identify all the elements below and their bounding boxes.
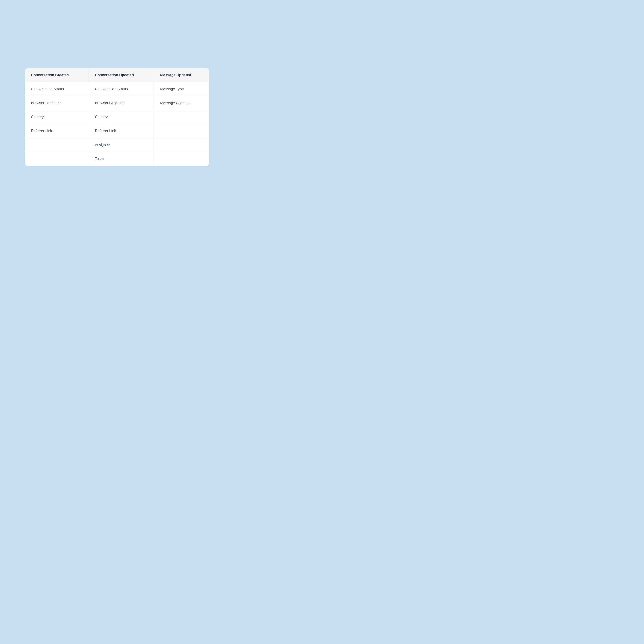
main-table-container: Conversation Created Conversation Update… bbox=[25, 68, 209, 166]
cell-country-1: Country bbox=[25, 110, 89, 124]
cell-conversation-status-2: Conversation Status bbox=[89, 82, 154, 96]
table-row: Team bbox=[25, 152, 209, 166]
cell-empty-6b bbox=[154, 152, 209, 166]
cell-empty-3a bbox=[154, 110, 209, 124]
cell-referrer-link-1: Referrer Link bbox=[25, 124, 89, 138]
data-table: Conversation Created Conversation Update… bbox=[25, 68, 209, 166]
cell-message-type: Message Type bbox=[154, 82, 209, 96]
table-row: Conversation Status Conversation Status … bbox=[25, 82, 209, 96]
table-row: Browser Language Browser Language Messag… bbox=[25, 96, 209, 110]
table-row: Referrer Link Referrer Link bbox=[25, 124, 209, 138]
cell-browser-language-2: Browser Language bbox=[89, 96, 154, 110]
cell-referrer-link-2: Referrer Link bbox=[89, 124, 154, 138]
table-row: Country Country bbox=[25, 110, 209, 124]
cell-country-2: Country bbox=[89, 110, 154, 124]
table-header-row: Conversation Created Conversation Update… bbox=[25, 68, 209, 82]
cell-empty-6a bbox=[25, 152, 89, 166]
cell-message-contains: Message Contains bbox=[154, 96, 209, 110]
table-row: Assignee bbox=[25, 138, 209, 152]
cell-team: Team bbox=[89, 152, 154, 166]
cell-empty-5a bbox=[25, 138, 89, 152]
cell-assignee: Assignee bbox=[89, 138, 154, 152]
header-message-updated: Message Updated bbox=[154, 68, 209, 82]
cell-empty-4a bbox=[154, 124, 209, 138]
header-conversation-created: Conversation Created bbox=[25, 68, 89, 82]
cell-empty-5b bbox=[154, 138, 209, 152]
header-conversation-updated: Conversation Updated bbox=[89, 68, 154, 82]
cell-browser-language-1: Browser Language bbox=[25, 96, 89, 110]
cell-conversation-status-1: Conversation Status bbox=[25, 82, 89, 96]
